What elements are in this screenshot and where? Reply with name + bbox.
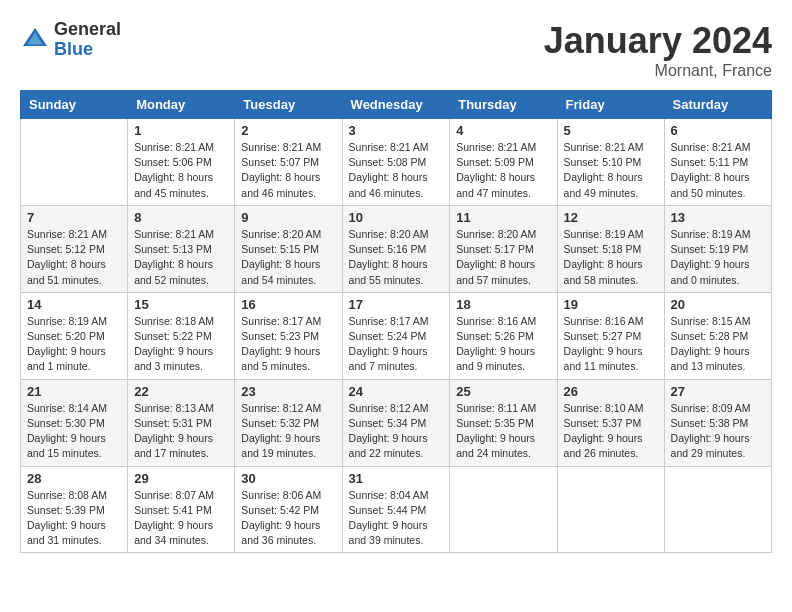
day-number: 5 — [564, 123, 658, 138]
calendar-cell — [21, 119, 128, 206]
calendar-cell: 9Sunrise: 8:20 AM Sunset: 5:15 PM Daylig… — [235, 205, 342, 292]
calendar-cell: 1Sunrise: 8:21 AM Sunset: 5:06 PM Daylig… — [128, 119, 235, 206]
day-number: 25 — [456, 384, 550, 399]
month-title: January 2024 — [544, 20, 772, 62]
weekday-header: Thursday — [450, 91, 557, 119]
calendar-cell: 16Sunrise: 8:17 AM Sunset: 5:23 PM Dayli… — [235, 292, 342, 379]
calendar-cell: 21Sunrise: 8:14 AM Sunset: 5:30 PM Dayli… — [21, 379, 128, 466]
calendar-cell: 25Sunrise: 8:11 AM Sunset: 5:35 PM Dayli… — [450, 379, 557, 466]
day-number: 1 — [134, 123, 228, 138]
calendar-header: SundayMondayTuesdayWednesdayThursdayFrid… — [21, 91, 772, 119]
day-info: Sunrise: 8:21 AM Sunset: 5:11 PM Dayligh… — [671, 140, 765, 201]
weekday-header: Saturday — [664, 91, 771, 119]
calendar-cell: 27Sunrise: 8:09 AM Sunset: 5:38 PM Dayli… — [664, 379, 771, 466]
day-number: 6 — [671, 123, 765, 138]
day-info: Sunrise: 8:17 AM Sunset: 5:23 PM Dayligh… — [241, 314, 335, 375]
calendar-week-row: 14Sunrise: 8:19 AM Sunset: 5:20 PM Dayli… — [21, 292, 772, 379]
calendar-cell: 13Sunrise: 8:19 AM Sunset: 5:19 PM Dayli… — [664, 205, 771, 292]
page-header: General Blue January 2024 Mornant, Franc… — [20, 20, 772, 80]
day-info: Sunrise: 8:06 AM Sunset: 5:42 PM Dayligh… — [241, 488, 335, 549]
day-number: 9 — [241, 210, 335, 225]
day-info: Sunrise: 8:16 AM Sunset: 5:27 PM Dayligh… — [564, 314, 658, 375]
logo: General Blue — [20, 20, 121, 60]
calendar-cell: 11Sunrise: 8:20 AM Sunset: 5:17 PM Dayli… — [450, 205, 557, 292]
day-info: Sunrise: 8:21 AM Sunset: 5:12 PM Dayligh… — [27, 227, 121, 288]
day-number: 27 — [671, 384, 765, 399]
calendar-cell: 24Sunrise: 8:12 AM Sunset: 5:34 PM Dayli… — [342, 379, 450, 466]
logo-text: General Blue — [54, 20, 121, 60]
calendar-cell: 7Sunrise: 8:21 AM Sunset: 5:12 PM Daylig… — [21, 205, 128, 292]
calendar-cell — [557, 466, 664, 553]
calendar-cell — [664, 466, 771, 553]
day-number: 7 — [27, 210, 121, 225]
day-info: Sunrise: 8:15 AM Sunset: 5:28 PM Dayligh… — [671, 314, 765, 375]
day-info: Sunrise: 8:20 AM Sunset: 5:15 PM Dayligh… — [241, 227, 335, 288]
day-number: 17 — [349, 297, 444, 312]
day-number: 24 — [349, 384, 444, 399]
day-number: 2 — [241, 123, 335, 138]
calendar-cell: 29Sunrise: 8:07 AM Sunset: 5:41 PM Dayli… — [128, 466, 235, 553]
day-number: 20 — [671, 297, 765, 312]
calendar-cell: 2Sunrise: 8:21 AM Sunset: 5:07 PM Daylig… — [235, 119, 342, 206]
day-info: Sunrise: 8:21 AM Sunset: 5:13 PM Dayligh… — [134, 227, 228, 288]
calendar-cell: 28Sunrise: 8:08 AM Sunset: 5:39 PM Dayli… — [21, 466, 128, 553]
day-info: Sunrise: 8:12 AM Sunset: 5:32 PM Dayligh… — [241, 401, 335, 462]
calendar-cell: 8Sunrise: 8:21 AM Sunset: 5:13 PM Daylig… — [128, 205, 235, 292]
calendar-cell: 22Sunrise: 8:13 AM Sunset: 5:31 PM Dayli… — [128, 379, 235, 466]
day-info: Sunrise: 8:09 AM Sunset: 5:38 PM Dayligh… — [671, 401, 765, 462]
day-number: 14 — [27, 297, 121, 312]
calendar-cell: 10Sunrise: 8:20 AM Sunset: 5:16 PM Dayli… — [342, 205, 450, 292]
calendar-cell — [450, 466, 557, 553]
calendar-cell: 31Sunrise: 8:04 AM Sunset: 5:44 PM Dayli… — [342, 466, 450, 553]
calendar-cell: 15Sunrise: 8:18 AM Sunset: 5:22 PM Dayli… — [128, 292, 235, 379]
calendar-cell: 30Sunrise: 8:06 AM Sunset: 5:42 PM Dayli… — [235, 466, 342, 553]
calendar-cell: 12Sunrise: 8:19 AM Sunset: 5:18 PM Dayli… — [557, 205, 664, 292]
logo-general: General — [54, 20, 121, 40]
day-number: 28 — [27, 471, 121, 486]
weekday-header: Tuesday — [235, 91, 342, 119]
day-number: 26 — [564, 384, 658, 399]
day-info: Sunrise: 8:20 AM Sunset: 5:16 PM Dayligh… — [349, 227, 444, 288]
day-number: 29 — [134, 471, 228, 486]
day-number: 4 — [456, 123, 550, 138]
calendar-week-row: 28Sunrise: 8:08 AM Sunset: 5:39 PM Dayli… — [21, 466, 772, 553]
day-info: Sunrise: 8:21 AM Sunset: 5:08 PM Dayligh… — [349, 140, 444, 201]
day-number: 11 — [456, 210, 550, 225]
day-info: Sunrise: 8:12 AM Sunset: 5:34 PM Dayligh… — [349, 401, 444, 462]
calendar-cell: 20Sunrise: 8:15 AM Sunset: 5:28 PM Dayli… — [664, 292, 771, 379]
day-info: Sunrise: 8:10 AM Sunset: 5:37 PM Dayligh… — [564, 401, 658, 462]
calendar-cell: 5Sunrise: 8:21 AM Sunset: 5:10 PM Daylig… — [557, 119, 664, 206]
calendar-cell: 23Sunrise: 8:12 AM Sunset: 5:32 PM Dayli… — [235, 379, 342, 466]
header-row: SundayMondayTuesdayWednesdayThursdayFrid… — [21, 91, 772, 119]
day-info: Sunrise: 8:16 AM Sunset: 5:26 PM Dayligh… — [456, 314, 550, 375]
day-info: Sunrise: 8:18 AM Sunset: 5:22 PM Dayligh… — [134, 314, 228, 375]
day-number: 22 — [134, 384, 228, 399]
day-info: Sunrise: 8:07 AM Sunset: 5:41 PM Dayligh… — [134, 488, 228, 549]
day-number: 18 — [456, 297, 550, 312]
day-number: 31 — [349, 471, 444, 486]
day-info: Sunrise: 8:21 AM Sunset: 5:10 PM Dayligh… — [564, 140, 658, 201]
calendar: SundayMondayTuesdayWednesdayThursdayFrid… — [20, 90, 772, 553]
day-number: 19 — [564, 297, 658, 312]
day-info: Sunrise: 8:11 AM Sunset: 5:35 PM Dayligh… — [456, 401, 550, 462]
day-info: Sunrise: 8:08 AM Sunset: 5:39 PM Dayligh… — [27, 488, 121, 549]
day-info: Sunrise: 8:21 AM Sunset: 5:07 PM Dayligh… — [241, 140, 335, 201]
title-area: January 2024 Mornant, France — [544, 20, 772, 80]
calendar-week-row: 21Sunrise: 8:14 AM Sunset: 5:30 PM Dayli… — [21, 379, 772, 466]
day-number: 30 — [241, 471, 335, 486]
day-info: Sunrise: 8:13 AM Sunset: 5:31 PM Dayligh… — [134, 401, 228, 462]
calendar-week-row: 1Sunrise: 8:21 AM Sunset: 5:06 PM Daylig… — [21, 119, 772, 206]
day-number: 12 — [564, 210, 658, 225]
day-number: 8 — [134, 210, 228, 225]
day-info: Sunrise: 8:19 AM Sunset: 5:19 PM Dayligh… — [671, 227, 765, 288]
calendar-cell: 18Sunrise: 8:16 AM Sunset: 5:26 PM Dayli… — [450, 292, 557, 379]
calendar-cell: 19Sunrise: 8:16 AM Sunset: 5:27 PM Dayli… — [557, 292, 664, 379]
calendar-cell: 3Sunrise: 8:21 AM Sunset: 5:08 PM Daylig… — [342, 119, 450, 206]
day-info: Sunrise: 8:21 AM Sunset: 5:06 PM Dayligh… — [134, 140, 228, 201]
calendar-cell: 26Sunrise: 8:10 AM Sunset: 5:37 PM Dayli… — [557, 379, 664, 466]
day-info: Sunrise: 8:20 AM Sunset: 5:17 PM Dayligh… — [456, 227, 550, 288]
weekday-header: Friday — [557, 91, 664, 119]
logo-icon — [20, 25, 50, 55]
calendar-cell: 17Sunrise: 8:17 AM Sunset: 5:24 PM Dayli… — [342, 292, 450, 379]
calendar-cell: 6Sunrise: 8:21 AM Sunset: 5:11 PM Daylig… — [664, 119, 771, 206]
